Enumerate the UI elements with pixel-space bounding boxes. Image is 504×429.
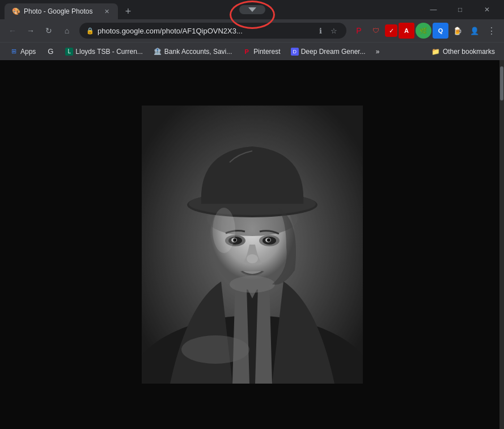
- bookmark-deepdream[interactable]: D Deep Dream Gener...: [286, 45, 370, 58]
- tab-favicon: 🎨: [11, 7, 20, 16]
- pinterest-extension-icon[interactable]: P: [351, 23, 367, 39]
- bookmark-apps-label: Apps: [20, 48, 36, 56]
- pinterest-favicon: P: [242, 47, 251, 56]
- bookmarks-more-label: »: [376, 48, 380, 56]
- tab-close-button[interactable]: ✕: [102, 7, 111, 16]
- active-tab[interactable]: 🎨 Photo - Google Photos ✕: [5, 3, 118, 19]
- portrait-photo: [142, 106, 363, 384]
- download-arrow-icon: [248, 7, 256, 12]
- bookmark-bank[interactable]: 🏦 Bank Accounts, Savi...: [149, 45, 236, 58]
- avast-check-extension-icon[interactable]: ✓: [385, 24, 397, 37]
- bookmark-bank-label: Bank Accounts, Savi...: [164, 48, 232, 56]
- svg-point-15: [230, 276, 275, 293]
- title-bar: 🎨 Photo - Google Photos ✕ + — □ ✕: [0, 0, 504, 19]
- svg-point-19: [181, 335, 249, 364]
- avast-extension-icon[interactable]: 🛡: [368, 23, 384, 39]
- bookmark-apps[interactable]: ⊞ Apps: [5, 45, 40, 58]
- user-extension-icon[interactable]: 👤: [467, 23, 482, 39]
- qr-extension-icon[interactable]: Q: [433, 23, 448, 39]
- bookmark-other[interactable]: 📁 Other bookmarks: [427, 45, 499, 58]
- svg-point-18: [213, 208, 235, 253]
- bank-favicon: 🏦: [153, 47, 162, 56]
- new-tab-button[interactable]: +: [120, 3, 136, 19]
- bookmark-google[interactable]: G: [41, 45, 60, 58]
- lock-icon: 🔒: [86, 27, 94, 35]
- main-content: [0, 60, 504, 429]
- forward-button[interactable]: →: [23, 23, 39, 39]
- svg-point-13: [267, 238, 270, 242]
- apps-favicon: ⊞: [9, 47, 18, 56]
- bookmark-star-button[interactable]: ☆: [328, 25, 340, 36]
- bookmark-pinterest-label: Pinterest: [253, 48, 280, 56]
- tab-title: Photo - Google Photos: [24, 7, 100, 15]
- bookmarks-more-button[interactable]: »: [371, 45, 384, 58]
- download-button[interactable]: [239, 5, 265, 14]
- deepdream-favicon: D: [291, 48, 299, 56]
- tabs-area: 🎨 Photo - Google Photos ✕ +: [5, 0, 421, 19]
- minimize-button[interactable]: —: [421, 0, 446, 19]
- extension-icons: P 🛡 ✓ A 🌿 Q 🍺 👤 ⋮: [351, 23, 499, 39]
- extensions-menu-button[interactable]: ⋮: [484, 23, 499, 39]
- scrollbar-thumb[interactable]: [500, 66, 503, 100]
- navigation-bar: ← → ↻ ⌂ 🔒 photos.google.com/photo/AF1Qip…: [0, 19, 504, 42]
- download-indicator: [239, 5, 265, 14]
- svg-point-14: [247, 254, 258, 263]
- bookmark-lloyds-label: Lloyds TSB - Curren...: [75, 48, 143, 56]
- close-window-button[interactable]: ✕: [474, 0, 499, 19]
- bookmark-pinterest[interactable]: P Pinterest: [238, 45, 285, 58]
- scrollbar-track: [499, 60, 504, 429]
- adobe-extension-icon[interactable]: A: [399, 23, 414, 39]
- photo-container: [142, 106, 363, 384]
- bookmarks-bar: ⊞ Apps G L Lloyds TSB - Curren... 🏦 Bank…: [0, 42, 504, 60]
- back-button[interactable]: ←: [5, 23, 20, 39]
- other-bookmarks-favicon: 📁: [431, 47, 441, 56]
- address-bar-icons: ℹ ☆: [315, 25, 340, 36]
- bookmark-other-label: Other bookmarks: [443, 48, 495, 56]
- maximize-button[interactable]: □: [447, 0, 473, 19]
- address-bar[interactable]: 🔒 photos.google.com/photo/AF1QipOVN2X3..…: [79, 23, 346, 39]
- google-favicon: G: [46, 47, 55, 56]
- window-controls: — □ ✕: [421, 0, 499, 19]
- reload-button[interactable]: ↻: [41, 23, 57, 39]
- bookmark-deepdream-label: Deep Dream Gener...: [301, 48, 366, 56]
- url-text: photos.google.com/photo/AF1QipOVN2X3...: [98, 27, 311, 35]
- page-info-button[interactable]: ℹ: [315, 25, 326, 36]
- bookmark-lloyds[interactable]: L Lloyds TSB - Curren...: [61, 45, 147, 58]
- home-button[interactable]: ⌂: [59, 23, 75, 39]
- lloyds-favicon: L: [65, 48, 73, 56]
- beer-extension-icon[interactable]: 🍺: [450, 23, 465, 39]
- extension-icon-green[interactable]: 🌿: [416, 23, 431, 39]
